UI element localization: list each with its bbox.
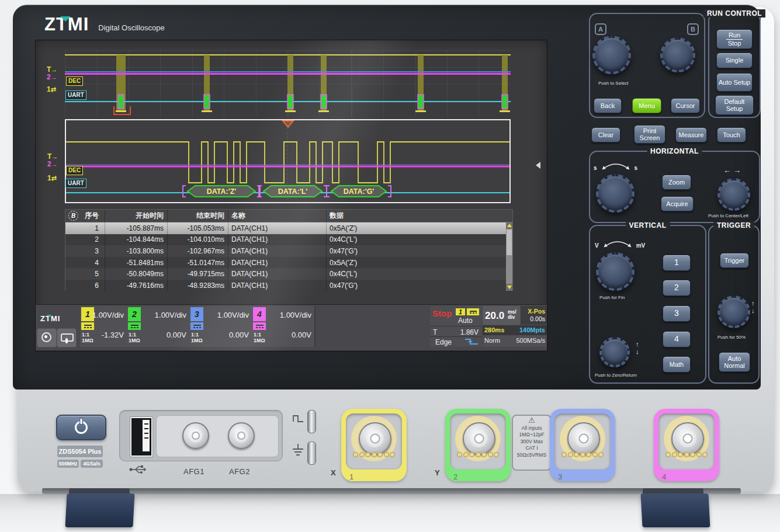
scroll-down-button[interactable] xyxy=(506,284,512,291)
channel-position-marker[interactable]: 2→ xyxy=(47,161,58,168)
drag-gesture-button[interactable] xyxy=(57,328,77,347)
probe-comp-signal-pin[interactable] xyxy=(307,410,316,433)
multifunction-knob-b[interactable] xyxy=(660,37,695,72)
scrollbar-thumb[interactable] xyxy=(507,230,512,255)
channel-3-button[interactable]: 3 xyxy=(663,305,691,322)
ch3-input-ring[interactable]: 3 xyxy=(550,409,615,481)
arc-arrow-icon xyxy=(599,162,633,171)
probe-comp-ground-pin[interactable] xyxy=(307,441,316,465)
zoom-button[interactable]: Zoom xyxy=(662,175,691,190)
table-row[interactable]: 5-50.8049ms -49.9715msDATA(CH1) 0x4C('L'… xyxy=(65,268,512,280)
uart-protocol-chip[interactable]: UART xyxy=(65,179,86,188)
brand-logo: ZTMI Digital Oscilloscope xyxy=(44,15,165,33)
ch2-input-ring[interactable]: 2 xyxy=(445,409,511,481)
trigger-menu-button[interactable]: Trigger xyxy=(720,253,749,268)
ch2-badge[interactable]: 2 xyxy=(128,307,141,321)
default-setup-button[interactable]: Default Setup xyxy=(715,95,754,115)
single-button[interactable]: Single xyxy=(716,53,753,68)
ch1-bnc[interactable] xyxy=(359,422,391,455)
multifunction-knob-a[interactable] xyxy=(592,36,631,74)
back-button[interactable]: Back xyxy=(594,98,622,113)
ch3-bnc[interactable] xyxy=(567,422,600,455)
horizontal-scale-knob[interactable] xyxy=(596,174,635,213)
zoom-traces: DATA:'Z' DATA:'L' DATA:'G' xyxy=(66,120,509,202)
measure-button[interactable]: Measure xyxy=(675,127,707,142)
print-screen-button[interactable]: Print Screen xyxy=(634,125,665,144)
ch1-input-ring[interactable]: 1 xyxy=(341,409,407,481)
ch4-badge[interactable]: 4 xyxy=(253,307,266,321)
touch-button[interactable]: Touch xyxy=(717,127,746,142)
power-button[interactable] xyxy=(56,415,106,440)
col-header-start: 开始时间 xyxy=(105,210,168,222)
trigger-title: TRIGGER xyxy=(713,221,754,230)
table-row[interactable]: 1-105.887ms -105.053msDATA(CH1) 0x5A('Z'… xyxy=(65,222,512,234)
menu-button[interactable]: Menu xyxy=(632,98,661,113)
acquire-mode: Norm xyxy=(484,337,500,344)
ch4-input-ring[interactable]: 4 xyxy=(654,409,719,481)
dc-coupling-icon xyxy=(81,322,94,330)
table-row[interactable]: 4-51.8481ms -51.0147msDATA(CH1) 0x5A('Z'… xyxy=(65,257,512,269)
trigger-position-marker[interactable] xyxy=(283,121,293,127)
acquire-button[interactable]: Acquire xyxy=(661,196,694,211)
horizontal-position-knob[interactable] xyxy=(717,178,750,211)
trigger-sweep-mode: Auto xyxy=(458,317,473,325)
dc-coupling-icon xyxy=(128,322,141,330)
channel-4-button[interactable]: 4 xyxy=(663,331,691,347)
panel-collapse-arrow[interactable] xyxy=(536,162,540,169)
trigger-status-cell[interactable]: Stop 1 Auto T 1.86V Edge xyxy=(430,306,481,347)
vertical-scale-knob[interactable] xyxy=(596,252,635,291)
run-stop-button[interactable]: RunStop xyxy=(716,29,753,49)
decode-bubble-label: DATA:'L' xyxy=(278,187,308,196)
trigger-level-label: T xyxy=(433,328,437,336)
uart-protocol-chip[interactable]: UART xyxy=(65,91,86,100)
afg1-bnc[interactable] xyxy=(182,422,209,449)
horizontal-panel: HORIZONTAL s s Zoom Acquire ←→ Push to C… xyxy=(589,151,760,223)
table-row[interactable]: 6-49.7616ms -48.9283msDATA(CH1) 0x47('G'… xyxy=(65,280,512,291)
table-scrollbar[interactable] xyxy=(506,222,512,291)
dec-bus-chip[interactable]: DEC xyxy=(66,166,83,175)
ch1-status-cell[interactable]: 1 1:11MΩ 1.00V/div -1.32V xyxy=(80,306,128,347)
vertical-title: VERTICAL xyxy=(626,221,670,230)
channel-2-button[interactable]: 2 xyxy=(663,280,691,296)
touch-gesture-button[interactable] xyxy=(37,328,57,347)
channel-1-button[interactable]: 1 xyxy=(663,255,691,271)
ch1-position-marker[interactable]: 1⇄ xyxy=(47,86,56,93)
table-row[interactable]: 2-104.844ms -104.010msDATA(CH1) 0x4C('L'… xyxy=(65,234,512,246)
bus-b-icon[interactable]: B xyxy=(68,211,78,221)
afg2-bnc[interactable] xyxy=(228,422,255,449)
ch4-status-cell[interactable]: 4 1:11MΩ 1.00V/div 0.00V xyxy=(252,306,316,347)
channel-position-marker[interactable]: 2→ xyxy=(47,74,57,81)
model-badge: ZDS5054 Plus xyxy=(57,446,103,457)
trigger-level-knob[interactable] xyxy=(717,295,750,328)
afg2-label: AFG2 xyxy=(229,467,250,476)
brand-triangle-icon xyxy=(47,315,51,317)
dec-bus-chip[interactable]: DEC xyxy=(66,77,83,86)
contact-dots xyxy=(456,452,500,457)
auto-setup-button[interactable]: Auto Setup xyxy=(716,73,753,92)
dc-coupling-icon xyxy=(190,322,203,330)
ch1-position-marker[interactable]: 1⇄ xyxy=(47,175,57,182)
ch3-scale: 1.00V/div xyxy=(217,311,249,319)
table-row[interactable]: 3-103.800ms -102.967msDATA(CH1) 0x47('G'… xyxy=(65,245,512,257)
math-button[interactable]: Math xyxy=(663,356,691,373)
usb-afg-group xyxy=(119,410,283,461)
ch2-status-cell[interactable]: 2 1:11MΩ 1.00V/div 0.00V xyxy=(127,306,190,347)
ch3-status-cell[interactable]: 3 1:11MΩ 1.00V/div 0.00V xyxy=(189,306,253,347)
trigger-level-value: 1.86V xyxy=(460,328,479,336)
trigger-level-marker[interactable]: T→ xyxy=(47,153,58,160)
ch2-bnc[interactable] xyxy=(463,422,495,455)
xpos-box: X-Pos 0.00s xyxy=(521,306,547,325)
trigger-level-marker[interactable]: T→ xyxy=(47,66,57,73)
timebase-status-cell[interactable]: 20.0 ms/div X-Pos 0.00s 280ms 140Mpts No… xyxy=(483,306,547,347)
usb-port[interactable] xyxy=(130,417,152,457)
vertical-position-knob[interactable] xyxy=(599,337,630,367)
record-length-time: 280ms xyxy=(484,326,504,333)
clear-button[interactable]: Clear xyxy=(591,127,620,142)
ground-icon xyxy=(291,443,305,458)
cursor-button[interactable]: Cursor xyxy=(671,98,700,113)
auto-normal-button[interactable]: Auto Normal xyxy=(719,352,750,372)
ch3-badge[interactable]: 3 xyxy=(190,307,203,321)
ch4-bnc[interactable] xyxy=(671,422,704,455)
col-header-data: 数据 xyxy=(327,210,512,222)
scroll-up-button[interactable] xyxy=(506,222,512,229)
